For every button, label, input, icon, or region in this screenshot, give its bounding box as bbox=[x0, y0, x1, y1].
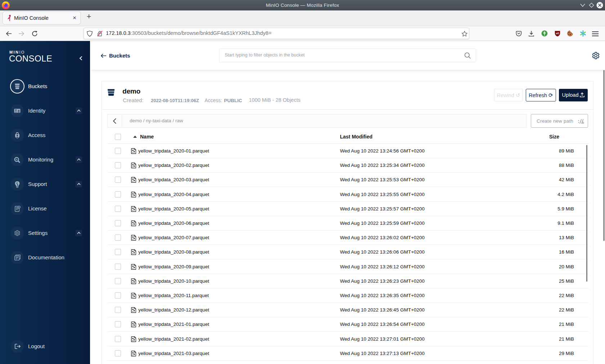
svg-text:uO: uO bbox=[556, 32, 559, 35]
